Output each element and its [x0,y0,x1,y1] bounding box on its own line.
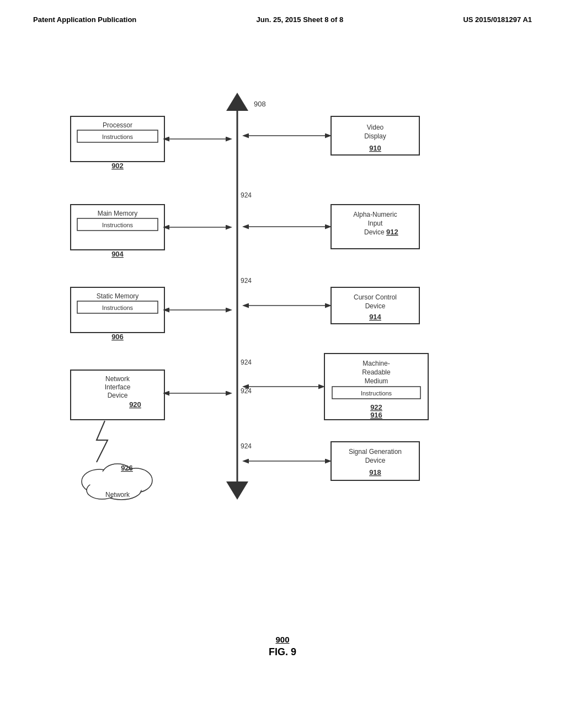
svg-rect-16 [77,218,158,231]
svg-text:918: 918 [369,468,381,477]
svg-text:Instructions: Instructions [361,390,392,397]
svg-text:924: 924 [241,442,252,450]
svg-point-32 [82,469,117,494]
svg-text:908: 908 [254,100,266,108]
svg-text:Instructions: Instructions [102,133,134,140]
svg-rect-40 [331,116,419,155]
svg-text:924: 924 [241,358,252,366]
figure-number: 900 [0,635,565,644]
svg-rect-22 [77,301,158,313]
svg-text:926: 926 [121,464,133,472]
svg-rect-51 [331,287,419,324]
svg-rect-14 [71,205,164,250]
svg-text:920: 920 [129,400,141,409]
svg-point-33 [102,464,133,486]
diagram-area: 908 924 924 924 924 Processor Instructio… [0,29,565,680]
svg-text:Processor: Processor [103,121,132,129]
svg-text:Video: Video [367,124,384,131]
svg-point-36 [87,481,118,499]
svg-text:924: 924 [241,387,252,395]
svg-text:Network: Network [105,491,130,499]
svg-text:Static Memory: Static Memory [97,292,139,300]
svg-text:922: 922 [370,403,382,411]
svg-rect-10 [77,130,158,142]
svg-text:910: 910 [369,144,381,152]
svg-rect-60 [332,387,420,399]
svg-text:912: 912 [386,228,398,236]
svg-rect-45 [331,205,419,249]
svg-text:Input: Input [368,220,383,227]
svg-text:Medium: Medium [365,377,388,385]
svg-text:914: 914 [369,313,381,321]
svg-text:Device: Device [365,302,386,310]
svg-marker-1 [226,93,248,111]
svg-text:904: 904 [111,250,124,258]
svg-text:Alpha-Numeric: Alpha-Numeric [353,211,397,218]
svg-text:Interface: Interface [105,383,131,391]
svg-rect-8 [71,116,164,162]
svg-rect-56 [324,354,428,420]
svg-rect-20 [71,287,164,333]
svg-text:Instructions: Instructions [102,222,134,228]
page-header: Patent Application Publication Jun. 25, … [0,0,565,29]
svg-text:Main Memory: Main Memory [98,210,138,217]
svg-text:924: 924 [241,191,252,199]
svg-point-35 [102,480,141,500]
svg-text:Signal Generation: Signal Generation [349,448,402,456]
svg-text:Device: Device [108,392,128,399]
svg-text:Cursor Control: Cursor Control [354,293,397,301]
svg-text:Network: Network [105,375,130,383]
svg-text:916: 916 [370,411,382,419]
svg-marker-2 [226,481,248,500]
svg-point-37 [90,469,145,497]
svg-rect-66 [331,442,419,480]
header-right: US 2015/0181297 A1 [463,15,532,24]
svg-text:Device: Device [364,228,385,236]
header-center: Jun. 25, 2015 Sheet 8 of 8 [257,15,344,24]
svg-text:902: 902 [111,162,124,170]
svg-text:906: 906 [111,333,124,341]
svg-text:924: 924 [241,277,252,285]
svg-rect-26 [71,370,164,420]
svg-text:Readable: Readable [362,368,391,376]
svg-text:Instructions: Instructions [102,304,134,311]
svg-text:Display: Display [364,132,386,140]
svg-text:Device: Device [365,457,386,464]
svg-text:Machine-: Machine- [363,360,390,367]
header-left: Patent Application Publication [33,15,136,24]
svg-point-34 [119,468,152,493]
figure-label: FIG. 9 [0,646,565,658]
page: Patent Application Publication Jun. 25, … [0,0,565,728]
